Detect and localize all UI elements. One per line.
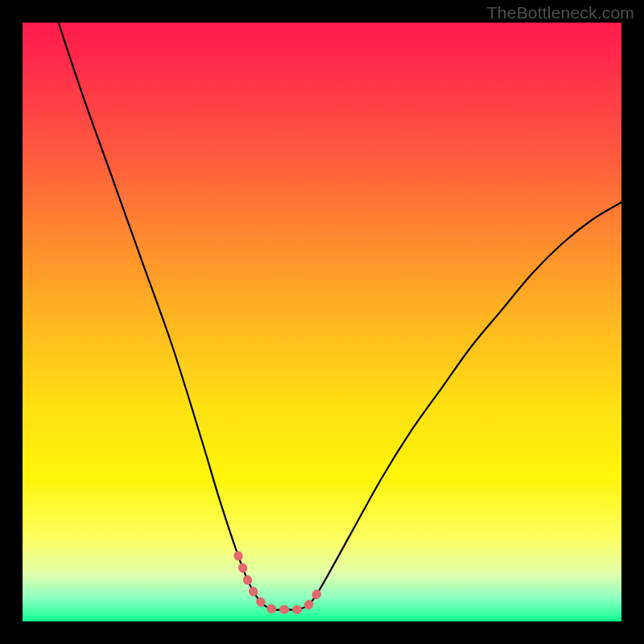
plot-area	[23, 23, 621, 621]
chart-frame: TheBottleneck.com	[0, 0, 644, 644]
bottleneck-curve	[59, 23, 621, 610]
watermark-text: TheBottleneck.com	[487, 3, 634, 23]
curve-svg	[23, 23, 621, 621]
curve-highlight	[238, 555, 322, 610]
